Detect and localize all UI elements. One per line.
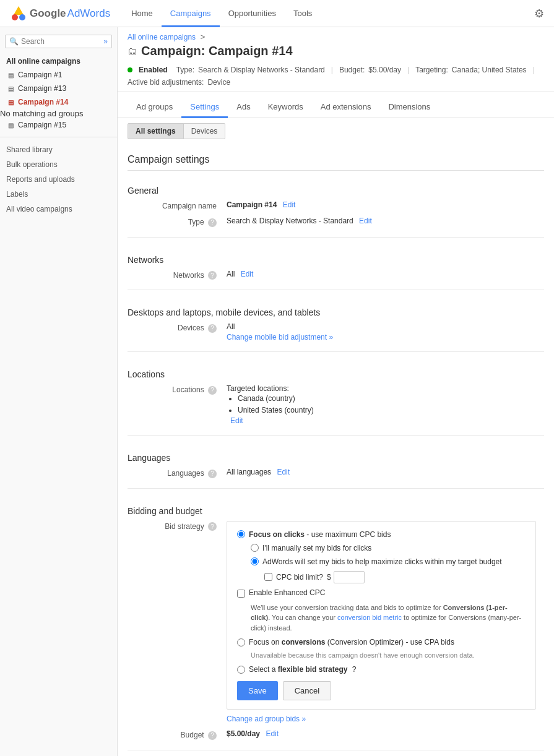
locations-help-icon[interactable]: ? — [208, 386, 217, 395]
sidebar-item-campaign1[interactable]: ▤ Campaign #1 — [0, 68, 117, 82]
main-layout: 🔍 » All online campaigns ▤ Campaign #1 ▤… — [0, 27, 554, 756]
nav-opportunities[interactable]: Opportunities — [220, 0, 285, 27]
networks-row: Networks ? All Edit — [128, 270, 544, 280]
no-match-label: No matching ad groups — [0, 109, 83, 118]
budget-label-cell: Budget ? — [128, 729, 227, 740]
languages-value-cell: All languages Edit — [227, 468, 544, 476]
sidebar-reports-uploads[interactable]: Reports and uploads — [0, 172, 117, 187]
tab-ad-groups[interactable]: Ad groups — [128, 97, 181, 118]
cpc-help-icon[interactable]: ? — [319, 573, 323, 582]
flexible-bid-radio[interactable] — [237, 666, 245, 674]
subtab-all-settings[interactable]: All settings — [128, 123, 184, 139]
flexible-help-icon[interactable]: ? — [352, 665, 357, 674]
bid-manual-radio[interactable] — [251, 544, 259, 552]
breadcrumb-bar: All online campaigns > — [118, 27, 554, 41]
networks-title: Networks — [128, 247, 544, 270]
breadcrumb-link[interactable]: All online campaigns — [128, 33, 196, 41]
focus-conversions-radio[interactable] — [237, 638, 245, 646]
subtab-devices[interactable]: Devices — [183, 123, 226, 139]
status-bar: Enabled Type: Search & Display Networks … — [118, 63, 554, 92]
nav-home[interactable]: Home — [123, 0, 162, 27]
languages-help-icon[interactable]: ? — [208, 470, 217, 478]
gear-icon[interactable]: ⚙ — [534, 7, 544, 20]
flexible-bid-row[interactable]: Select a flexible bid strategy ? — [237, 665, 526, 674]
type-help-icon[interactable]: ? — [208, 218, 217, 227]
status-sep3: | — [533, 66, 535, 74]
sidebar-item-campaign15[interactable]: ▤ Campaign #15 — [0, 118, 117, 132]
status-sep2: | — [407, 66, 409, 74]
campaign-name-value: Campaign #14 Edit — [227, 200, 544, 209]
enhanced-cpc-checkbox[interactable] — [237, 590, 245, 598]
bid-clicks-label: Focus on clicks - use maximum CPC bids — [249, 530, 391, 539]
location-item-canada: Canada (country) — [238, 393, 544, 405]
bid-strategy-help-icon[interactable]: ? — [208, 522, 217, 531]
focus-conversions-row[interactable]: Focus on conversions (Conversion Optimiz… — [237, 638, 526, 646]
cpc-limit-checkbox[interactable] — [264, 573, 272, 581]
bid-btn-row: Save Cancel — [237, 681, 526, 700]
targeted-locations-text: Targeted locations: — [227, 384, 289, 393]
campaign-name-label: Campaign name — [128, 200, 227, 210]
search-input[interactable] — [21, 37, 102, 46]
change-ad-group-bids-link[interactable]: Change ad group bids » — [227, 715, 544, 723]
budget-help-icon[interactable]: ? — [208, 731, 217, 740]
nav-campaigns[interactable]: Campaigns — [162, 0, 220, 27]
devices-help-icon[interactable]: ? — [208, 324, 217, 333]
tab-settings[interactable]: Settings — [181, 97, 228, 118]
locations-title: Locations — [128, 362, 544, 384]
sidebar-shared-library[interactable]: Shared library — [0, 142, 117, 157]
settings-section-title: Campaign settings — [128, 144, 544, 171]
budget-value-text: $5.00/day — [227, 729, 260, 738]
cpc-input[interactable] — [334, 571, 365, 583]
campaign-name-heading: Campaign #14 — [209, 44, 293, 58]
settings-icon-wrap[interactable]: ⚙ — [534, 7, 544, 20]
bid-clicks-radio[interactable] — [237, 530, 245, 538]
enabled-label: Enabled — [139, 66, 168, 74]
type-edit[interactable]: Edit — [359, 217, 372, 225]
change-mobile-bid-link[interactable]: Change mobile bid adjustment » — [227, 333, 544, 341]
type-label-cell: Type ? — [128, 217, 227, 227]
type-value-text: Search & Display Networks - Standard — [227, 217, 353, 225]
enhanced-cpc-label: Enable Enhanced CPC — [249, 588, 325, 597]
bid-adwords-radio[interactable] — [251, 557, 259, 565]
networks-help-icon[interactable]: ? — [208, 271, 217, 280]
sidebar-bulk-operations[interactable]: Bulk operations — [0, 157, 117, 172]
tab-keywords[interactable]: Keywords — [259, 97, 312, 118]
campaign-name-edit[interactable]: Edit — [283, 200, 296, 209]
breadcrumb-sep: > — [201, 32, 206, 41]
tab-dimensions[interactable]: Dimensions — [379, 97, 439, 118]
folder-icon: 🗂 — [128, 46, 137, 57]
search-icon: 🔍 — [9, 37, 19, 46]
sidebar-item-campaign14[interactable]: ▤ Campaign #14 — [0, 95, 117, 109]
settings-body: Campaign settings General Campaign name … — [118, 144, 554, 756]
sidebar-video-campaigns[interactable]: All video campaigns — [0, 202, 117, 217]
budget-edit[interactable]: Edit — [266, 729, 279, 738]
logo-icon — [10, 5, 27, 22]
cpc-limit-row: CPC bid limit ? $ — [264, 571, 526, 583]
logo-area: Google AdWords — [10, 5, 110, 22]
bid-value: Device — [207, 78, 230, 87]
sidebar-item-campaign13[interactable]: ▤ Campaign #13 — [0, 82, 117, 95]
tab-ad-extensions[interactable]: Ad extensions — [312, 97, 380, 118]
nav-tools[interactable]: Tools — [285, 0, 321, 27]
sidebar-labels[interactable]: Labels — [0, 187, 117, 202]
networks-edit[interactable]: Edit — [241, 270, 254, 278]
locations-value-cell: Targeted locations: Canada (country) Uni… — [227, 384, 544, 425]
bid-option-clicks[interactable]: Focus on clicks - use maximum CPC bids — [237, 530, 526, 539]
flexible-bid-label: Select a flexible bid strategy ? — [249, 665, 356, 674]
all-campaigns-title: All online campaigns — [0, 53, 117, 68]
languages-edit[interactable]: Edit — [277, 468, 290, 476]
networks-value-text: All — [227, 270, 235, 278]
save-button[interactable]: Save — [237, 681, 278, 700]
search-box[interactable]: 🔍 » — [5, 35, 112, 48]
collapse-icon[interactable]: » — [103, 37, 108, 46]
conversion-bid-link[interactable]: conversion bid metric — [337, 614, 402, 621]
bidding-title: Bidding and budget — [128, 499, 544, 521]
tab-ads[interactable]: Ads — [228, 97, 259, 118]
cpc-limit-label: CPC bid limit — [276, 573, 319, 582]
bid-option-adwords[interactable]: AdWords will set my bids to help maximiz… — [251, 557, 526, 566]
languages-value-text: All languages — [227, 468, 271, 476]
subtabs-row: All settings Devices — [118, 118, 554, 144]
bid-option-manual[interactable]: I'll manually set my bids for clicks — [251, 544, 526, 552]
locations-edit[interactable]: Edit — [230, 416, 243, 425]
cancel-button[interactable]: Cancel — [283, 681, 331, 700]
